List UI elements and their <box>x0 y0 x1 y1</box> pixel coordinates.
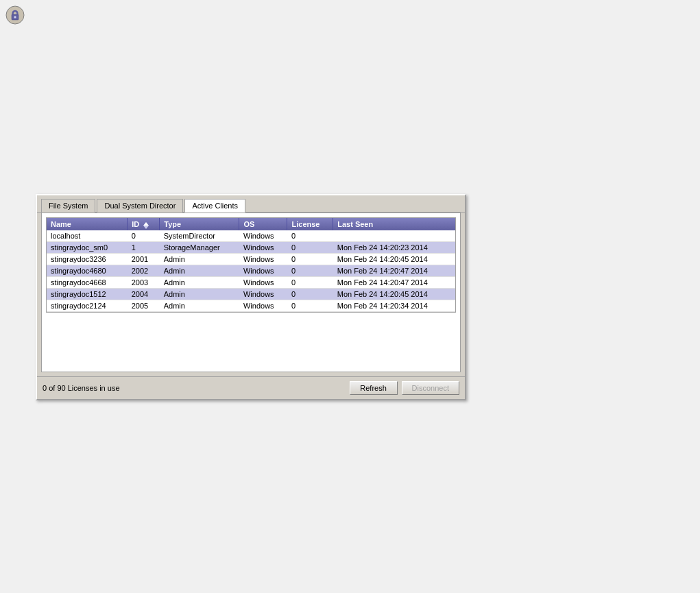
table-header-row: Name ID Type <box>47 218 455 230</box>
cell-id: 2003 <box>128 277 160 289</box>
col-header-type[interactable]: Type <box>160 218 239 230</box>
table-row[interactable]: stingraydoc_sm01StorageManagerWindows0Mo… <box>47 242 455 254</box>
cell-id: 0 <box>128 230 160 242</box>
table-body: localhost0SystemDirectorWindows0stingray… <box>47 230 455 312</box>
footer-buttons: Refresh Disconnect <box>350 381 459 395</box>
cell-os: Windows <box>239 254 287 265</box>
refresh-button[interactable]: Refresh <box>350 381 398 395</box>
cell-license: 0 <box>287 277 333 289</box>
cell-type: Admin <box>160 300 239 312</box>
clients-table: Name ID Type <box>47 218 455 312</box>
cell-os: Windows <box>239 300 287 312</box>
dialog-footer: 0 of 90 Licenses in use Refresh Disconne… <box>37 376 465 399</box>
cell-id: 2005 <box>128 300 160 312</box>
cell-id: 1 <box>128 242 160 254</box>
col-header-os[interactable]: OS <box>239 218 287 230</box>
table-row[interactable]: stingraydoc15122004AdminWindows0Mon Feb … <box>47 289 455 300</box>
cell-lastseen: Mon Feb 24 14:20:47 2014 <box>333 277 455 289</box>
cell-lastseen: Mon Feb 24 14:20:34 2014 <box>333 300 455 312</box>
cell-name: localhost <box>47 230 128 242</box>
empty-area <box>46 313 456 367</box>
cell-id: 2002 <box>128 265 160 277</box>
cell-license: 0 <box>287 254 333 265</box>
cell-type: StorageManager <box>160 242 239 254</box>
cell-os: Windows <box>239 289 287 300</box>
cell-license: 0 <box>287 230 333 242</box>
app-icon <box>5 5 25 25</box>
sort-icon <box>143 222 149 228</box>
cell-license: 0 <box>287 300 333 312</box>
cell-lastseen <box>333 230 455 242</box>
cell-os: Windows <box>239 277 287 289</box>
cell-type: Admin <box>160 265 239 277</box>
cell-name: stingraydoc3236 <box>47 254 128 265</box>
cell-lastseen: Mon Feb 24 14:20:45 2014 <box>333 254 455 265</box>
dialog-content: Name ID Type <box>41 213 461 372</box>
cell-type: SystemDirector <box>160 230 239 242</box>
cell-name: stingraydoc2124 <box>47 300 128 312</box>
license-status: 0 of 90 Licenses in use <box>43 384 120 392</box>
cell-type: Admin <box>160 277 239 289</box>
cell-os: Windows <box>239 265 287 277</box>
tab-filesystem[interactable]: File System <box>41 199 95 213</box>
cell-type: Admin <box>160 289 239 300</box>
cell-lastseen: Mon Feb 24 14:20:45 2014 <box>333 289 455 300</box>
cell-os: Windows <box>239 230 287 242</box>
table-row[interactable]: stingraydoc46802002AdminWindows0Mon Feb … <box>47 265 455 277</box>
cell-name: stingraydoc1512 <box>47 289 128 300</box>
cell-name: stingraydoc4680 <box>47 265 128 277</box>
cell-license: 0 <box>287 289 333 300</box>
col-header-name[interactable]: Name <box>47 218 128 230</box>
tab-bar: File System Dual System Director Active … <box>37 195 465 213</box>
disconnect-button[interactable]: Disconnect <box>402 381 459 395</box>
table-row[interactable]: stingraydoc46682003AdminWindows0Mon Feb … <box>47 277 455 289</box>
cell-name: stingraydoc_sm0 <box>47 242 128 254</box>
svg-marker-4 <box>143 226 149 229</box>
table-row[interactable]: stingraydoc32362001AdminWindows0Mon Feb … <box>47 254 455 265</box>
table-row[interactable]: stingraydoc21242005AdminWindows0Mon Feb … <box>47 300 455 312</box>
tab-dualsystem[interactable]: Dual System Director <box>97 199 183 213</box>
col-header-license[interactable]: License <box>287 218 333 230</box>
dialog: File System Dual System Director Active … <box>36 194 466 400</box>
svg-rect-2 <box>14 16 16 19</box>
cell-license: 0 <box>287 265 333 277</box>
clients-table-container: Name ID Type <box>46 217 456 313</box>
cell-lastseen: Mon Feb 24 14:20:47 2014 <box>333 265 455 277</box>
svg-marker-3 <box>143 222 149 226</box>
table-row[interactable]: localhost0SystemDirectorWindows0 <box>47 230 455 242</box>
cell-id: 2001 <box>128 254 160 265</box>
cell-license: 0 <box>287 242 333 254</box>
tab-activeclients[interactable]: Active Clients <box>184 199 245 213</box>
col-header-lastseen[interactable]: Last Seen <box>333 218 455 230</box>
cell-name: stingraydoc4668 <box>47 277 128 289</box>
col-header-id[interactable]: ID <box>128 218 160 230</box>
cell-type: Admin <box>160 254 239 265</box>
cell-os: Windows <box>239 242 287 254</box>
cell-id: 2004 <box>128 289 160 300</box>
cell-lastseen: Mon Feb 24 14:20:23 2014 <box>333 242 455 254</box>
